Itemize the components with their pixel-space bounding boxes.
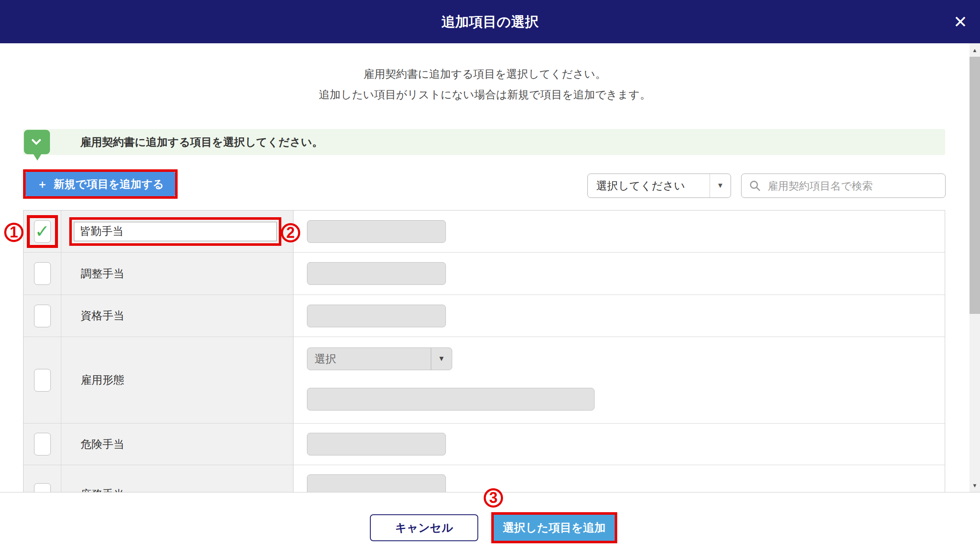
notice-text: 雇用契約書に追加する項目を選択してください。 — [80, 129, 323, 155]
new-item-button-highlight: ＋ 新規で項目を追加する — [23, 169, 178, 199]
row-checkbox[interactable] — [34, 369, 51, 392]
checkbox-cell: ✓ — [24, 211, 61, 252]
value-select-text: 選択 — [307, 348, 431, 370]
item-name-label: 資格手当 — [81, 308, 124, 323]
table-row: 危険手当 — [24, 424, 945, 465]
chevron-down-icon — [31, 135, 41, 145]
speech-bubble-chevron-icon — [24, 130, 50, 154]
checkbox-highlight: ✓ — [27, 215, 58, 248]
caret-down-icon: ▼ — [710, 174, 731, 197]
annotation-step-2: 2 — [281, 223, 300, 242]
checkbox-cell — [24, 295, 61, 337]
row-checkbox[interactable] — [34, 483, 51, 492]
checkbox-cell — [24, 337, 61, 423]
submit-button-highlight: 選択した項目を追加 — [491, 512, 617, 543]
item-name-label: 危険手当 — [81, 437, 124, 452]
category-filter-select[interactable]: 選択してください ▼ — [587, 174, 731, 198]
notice-bar: 雇用契約書に追加する項目を選択してください。 — [23, 129, 945, 155]
item-name-label: 調整手当 — [81, 266, 124, 281]
item-value-cell — [293, 211, 945, 252]
item-name-cell: 調整手当 — [61, 253, 293, 295]
table-row: 調整手当 — [24, 253, 945, 295]
scrollbar-thumb[interactable] — [970, 57, 980, 314]
modal-header: 追加項目の選択 ✕ — [0, 0, 980, 43]
items-table: ✓ 調整手当 資格手当 — [23, 210, 945, 492]
checkbox-cell — [24, 465, 61, 492]
disabled-value-select: 選択 ▼ — [307, 347, 452, 370]
item-name-cell: 資格手当 — [61, 295, 293, 337]
scrollbar-down-icon[interactable]: ▼ — [970, 479, 980, 492]
checkbox-cell — [24, 253, 61, 295]
item-name-label: 庶務手当 — [81, 487, 124, 492]
item-name-cell: 危険手当 — [61, 424, 293, 465]
disabled-value-input — [307, 220, 446, 243]
disabled-value-input — [307, 388, 595, 411]
add-new-item-button[interactable]: ＋ 新規で項目を追加する — [26, 172, 175, 196]
disabled-value-input — [307, 474, 446, 492]
check-icon: ✓ — [35, 223, 50, 240]
table-row: 庶務手当 — [24, 465, 945, 492]
table-row: ✓ — [24, 211, 945, 253]
search-input[interactable] — [741, 174, 946, 198]
annotation-step-3: 3 — [484, 488, 503, 508]
instruction-line-1: 雇用契約書に追加する項目を選択してください。 — [0, 64, 970, 84]
row-checkbox[interactable] — [34, 433, 51, 455]
disabled-value-input — [307, 433, 446, 455]
cancel-button[interactable]: キャンセル — [370, 514, 478, 541]
add-new-item-label: 新規で項目を追加する — [54, 177, 164, 192]
modal-title: 追加項目の選択 — [0, 0, 980, 43]
item-name-input-highlight — [69, 217, 281, 246]
item-value-cell — [293, 424, 945, 465]
add-selected-items-button[interactable]: 選択した項目を追加 — [494, 515, 615, 541]
row-checkbox[interactable] — [34, 262, 51, 285]
speech-bubble-tail — [33, 154, 42, 161]
table-row: 資格手当 — [24, 295, 945, 337]
table-row: 雇用形態 選択 ▼ — [24, 337, 945, 424]
vertical-scrollbar: ▲ ▼ — [970, 43, 980, 492]
item-name-input[interactable] — [74, 222, 277, 241]
checkbox-cell — [24, 424, 61, 465]
close-icon[interactable]: ✕ — [953, 0, 967, 43]
item-value-cell — [293, 465, 945, 492]
row-checkbox-checked[interactable]: ✓ — [34, 220, 51, 243]
search-box — [741, 174, 946, 198]
item-value-cell: 選択 ▼ — [293, 337, 945, 423]
scrollbar-up-icon[interactable]: ▲ — [970, 43, 980, 57]
plus-icon: ＋ — [37, 177, 48, 192]
item-name-cell: 雇用形態 — [61, 337, 293, 423]
item-value-cell — [293, 253, 945, 295]
item-name-cell: 庶務手当 — [61, 465, 293, 492]
annotation-step-1: 1 — [4, 223, 24, 242]
item-name-label: 雇用形態 — [81, 373, 124, 387]
item-name-cell — [61, 211, 293, 252]
instruction-line-2: 追加したい項目がリストにない場合は新規で項目を追加できます。 — [0, 84, 970, 105]
caret-down-icon: ▼ — [431, 348, 452, 370]
filter-select-value: 選択してください — [588, 174, 710, 197]
modal-instructions: 雇用契約書に追加する項目を選択してください。 追加したい項目がリストにない場合は… — [0, 64, 970, 105]
disabled-value-input — [307, 262, 446, 285]
row-checkbox[interactable] — [34, 305, 51, 327]
item-value-cell — [293, 295, 945, 337]
disabled-value-input — [307, 305, 446, 327]
